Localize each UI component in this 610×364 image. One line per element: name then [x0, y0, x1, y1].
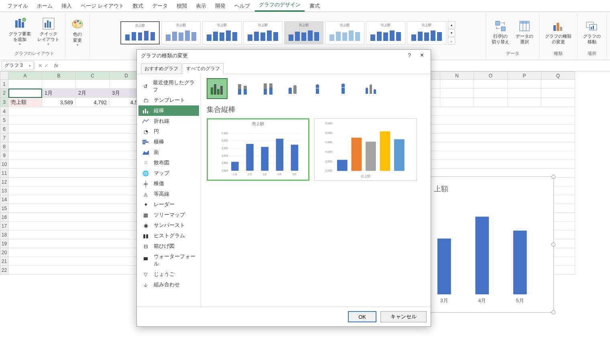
style-scroll-down[interactable]: ▾: [448, 29, 455, 36]
svg-rect-28: [475, 216, 489, 294]
dialog-close-button[interactable]: ✕: [417, 52, 427, 59]
pie-chart-icon: ◔: [142, 129, 150, 134]
boxplot-chart-icon: ⊟: [142, 243, 150, 249]
svg-text:売上額: 売上額: [361, 174, 370, 178]
subtype-3d-100stacked[interactable]: [335, 78, 356, 99]
cancel-formula-icon[interactable]: ✕: [38, 63, 43, 69]
quick-layout-icon: [42, 17, 55, 30]
col-head-b[interactable]: B: [42, 72, 76, 80]
tab-recommended[interactable]: おすすめグラフ: [141, 63, 182, 74]
chart-title: 上額: [434, 184, 448, 194]
svg-rect-46: [244, 86, 247, 89]
col-head-o[interactable]: O: [474, 72, 508, 80]
ct-pie[interactable]: ◔円: [138, 126, 199, 137]
subtype-3d-col[interactable]: [361, 78, 382, 99]
recent-icon: ↺: [142, 83, 149, 89]
col-head-q[interactable]: Q: [541, 72, 575, 80]
select-data-button[interactable]: データの 選択: [513, 18, 536, 47]
change-chart-type-dialog: グラフの種類の変更 ? ✕ おすすめグラフ すべてのグラフ ↺最近使用したグラフ…: [136, 49, 431, 327]
tab-developer[interactable]: 開発: [211, 0, 230, 12]
col-head-c[interactable]: C: [76, 72, 110, 80]
subtype-title: 集合縦棒: [207, 105, 425, 114]
ok-button[interactable]: OK: [348, 311, 376, 322]
switch-row-col-button[interactable]: 行/列の 切り替え: [489, 18, 512, 47]
ct-boxplot[interactable]: ⊟箱ひげ図: [138, 241, 199, 251]
ct-waterfall[interactable]: ▝▘ウォーターフォール: [138, 251, 199, 269]
svg-rect-21: [557, 23, 559, 31]
ct-funnel[interactable]: ▽じょうご: [138, 269, 199, 279]
name-box[interactable]: グラフ 3▾: [2, 61, 34, 70]
svg-rect-37: [142, 142, 148, 143]
ct-column[interactable]: 縦棒: [138, 105, 199, 116]
ct-histogram[interactable]: ▮▮ヒストグラム: [138, 231, 199, 241]
col-head-n[interactable]: N: [440, 72, 474, 80]
tab-help[interactable]: ヘルプ: [230, 0, 254, 12]
resize-handle-icon[interactable]: [551, 310, 555, 314]
tab-insert[interactable]: 挿入: [57, 0, 76, 12]
ct-area[interactable]: 面: [138, 147, 199, 158]
subtype-100stacked-col[interactable]: [258, 78, 279, 99]
ct-treemap[interactable]: ▦ツリーマップ: [138, 210, 199, 220]
ct-stock[interactable]: ╪株価: [138, 178, 199, 189]
switch-rc-icon: [494, 20, 507, 32]
tab-formulas[interactable]: 数式: [129, 0, 147, 12]
change-chart-type-button[interactable]: グラフの種類 の変更: [543, 18, 574, 47]
svg-rect-67: [276, 139, 284, 171]
dialog-help-button[interactable]: ?: [408, 52, 411, 59]
ct-scatter[interactable]: ⁙散布図: [138, 158, 199, 168]
svg-rect-17: [520, 21, 529, 24]
style-thumb-7[interactable]: 売上額: [366, 21, 405, 44]
style-thumb-3[interactable]: 売上額: [202, 21, 242, 44]
ct-recent[interactable]: ↺最近使用したグラフ: [138, 77, 199, 95]
style-thumb-1[interactable]: 売上額: [120, 21, 160, 44]
style-thumb-6[interactable]: 売上額: [325, 21, 364, 44]
folder-icon: 🗀: [142, 97, 150, 103]
fx-label[interactable]: fx: [52, 63, 61, 69]
add-chart-element-button[interactable]: + グラフ要素 を追加▾: [6, 16, 33, 49]
preview-2[interactable]: 5,5005,0004,5004,0003,5003,000 売上額: [314, 118, 417, 181]
change-colors-button[interactable]: 色の 変更▾: [69, 16, 86, 49]
ct-template[interactable]: 🗀テンプレート: [138, 95, 199, 105]
tab-file[interactable]: ファイル: [3, 0, 32, 12]
svg-text:2月: 2月: [248, 173, 252, 176]
subtype-stacked-col[interactable]: [232, 78, 253, 99]
ct-map[interactable]: 🌐マップ: [138, 168, 199, 178]
tab-view[interactable]: 表示: [192, 0, 210, 12]
style-scroll-more[interactable]: ⌄: [448, 37, 455, 44]
svg-rect-81: [351, 138, 362, 171]
preview-1[interactable]: 売上額 5,500 5,000 4,500 4,000 3,500 3,000: [207, 118, 309, 181]
ct-line[interactable]: 折れ線: [138, 116, 199, 126]
cancel-button[interactable]: キャンセル: [380, 311, 427, 322]
resize-handle-icon[interactable]: [551, 175, 555, 179]
style-thumb-8[interactable]: 売上額: [407, 21, 446, 44]
tab-format[interactable]: 書式: [305, 0, 324, 12]
move-chart-button[interactable]: グラフの 移動: [581, 18, 603, 47]
tab-chartdesign[interactable]: グラフのデザイン: [255, 0, 305, 12]
select-all-corner[interactable]: [0, 72, 8, 80]
tab-pagelayout[interactable]: ページ レイアウト: [77, 0, 128, 12]
tab-all-charts[interactable]: すべてのグラフ: [183, 63, 224, 74]
tab-review[interactable]: 校閲: [173, 0, 191, 12]
style-thumb-2[interactable]: 売上額: [161, 21, 201, 44]
style-thumb-5[interactable]: 売上額: [284, 21, 323, 44]
subtype-3d-clustered[interactable]: [284, 78, 305, 99]
col-head-a[interactable]: A: [8, 72, 42, 80]
subtype-3d-stacked[interactable]: [309, 78, 330, 99]
ct-radar[interactable]: ✦レーダー: [138, 199, 199, 210]
resize-handle-icon[interactable]: [551, 243, 555, 247]
subtype-clustered-col[interactable]: [207, 78, 228, 99]
funnel-chart-icon: ▽: [142, 271, 150, 277]
quick-layout-button[interactable]: クイック レイアウト▾: [35, 16, 62, 49]
ct-surface[interactable]: ◬等高線: [138, 189, 199, 199]
dialog-title: グラフの種類の変更: [141, 52, 188, 59]
style-thumb-4[interactable]: 売上額: [243, 21, 283, 44]
ct-combo[interactable]: ⫝組み合わせ: [138, 279, 199, 290]
style-scroll-up[interactable]: ▴: [448, 21, 455, 28]
confirm-formula-icon[interactable]: ✓: [44, 63, 49, 69]
ct-bar[interactable]: 横棒: [138, 137, 199, 147]
tab-home[interactable]: ホーム: [33, 0, 57, 12]
ct-sunburst[interactable]: ◉サンバースト: [138, 220, 199, 231]
add-element-icon: +: [14, 17, 26, 30]
tab-data[interactable]: データ: [148, 0, 172, 12]
col-head-p[interactable]: P: [508, 72, 541, 80]
